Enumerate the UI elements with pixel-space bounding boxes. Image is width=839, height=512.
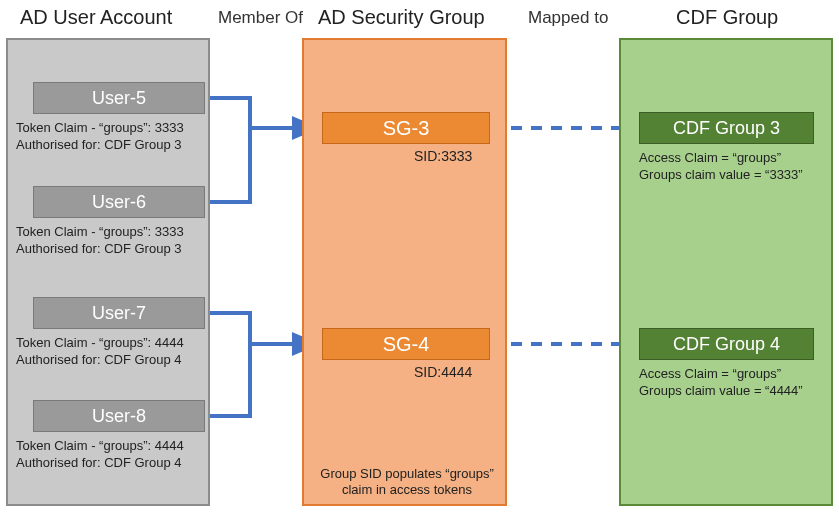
panel-cdf-group [619, 38, 833, 506]
user-box-5: User-5 [33, 82, 205, 114]
user7-meta: Token Claim - “groups”: 4444 Authorised … [16, 334, 214, 368]
cdf4-meta: Access Claim = “groups” Groups claim val… [639, 365, 839, 399]
user5-auth: Authorised for: CDF Group 3 [16, 136, 214, 153]
user6-meta: Token Claim - “groups”: 3333 Authorised … [16, 223, 214, 257]
cdf-box-4: CDF Group 4 [639, 328, 814, 360]
user8-token: Token Claim - “groups”: 4444 [16, 437, 214, 454]
arrow-user7-sg4 [206, 313, 316, 344]
sg-box-4: SG-4 [322, 328, 490, 360]
header-ad-security: AD Security Group [318, 6, 485, 29]
label-mapped-to: Mapped to [528, 8, 608, 28]
sg-box-3: SG-3 [322, 112, 490, 144]
user-box-8: User-8 [33, 400, 205, 432]
cdf4-value: Groups claim value = “4444” [639, 382, 839, 399]
cdf4-access: Access Claim = “groups” [639, 365, 839, 382]
sg3-sid: SID:3333 [414, 148, 472, 164]
user7-auth: Authorised for: CDF Group 4 [16, 351, 214, 368]
user-box-6: User-6 [33, 186, 205, 218]
arrow-user5-sg3 [206, 98, 316, 128]
user5-meta: Token Claim - “groups”: 3333 Authorised … [16, 119, 214, 153]
panel-ad-security [302, 38, 507, 506]
user6-token: Token Claim - “groups”: 3333 [16, 223, 214, 240]
header-ad-user: AD User Account [20, 6, 172, 29]
user8-meta: Token Claim - “groups”: 4444 Authorised … [16, 437, 214, 471]
header-cdf-group: CDF Group [676, 6, 778, 29]
cdf-box-3: CDF Group 3 [639, 112, 814, 144]
cdf3-access: Access Claim = “groups” [639, 149, 839, 166]
cdf3-value: Groups claim value = “3333” [639, 166, 839, 183]
cdf3-meta: Access Claim = “groups” Groups claim val… [639, 149, 839, 183]
user5-token: Token Claim - “groups”: 3333 [16, 119, 214, 136]
user8-auth: Authorised for: CDF Group 4 [16, 454, 214, 471]
user-box-7: User-7 [33, 297, 205, 329]
sg4-sid: SID:4444 [414, 364, 472, 380]
label-member-of: Member Of [218, 8, 303, 28]
user7-token: Token Claim - “groups”: 4444 [16, 334, 214, 351]
orange-footer-note: Group SID populates “groups” claim in ac… [312, 466, 502, 498]
user6-auth: Authorised for: CDF Group 3 [16, 240, 214, 257]
